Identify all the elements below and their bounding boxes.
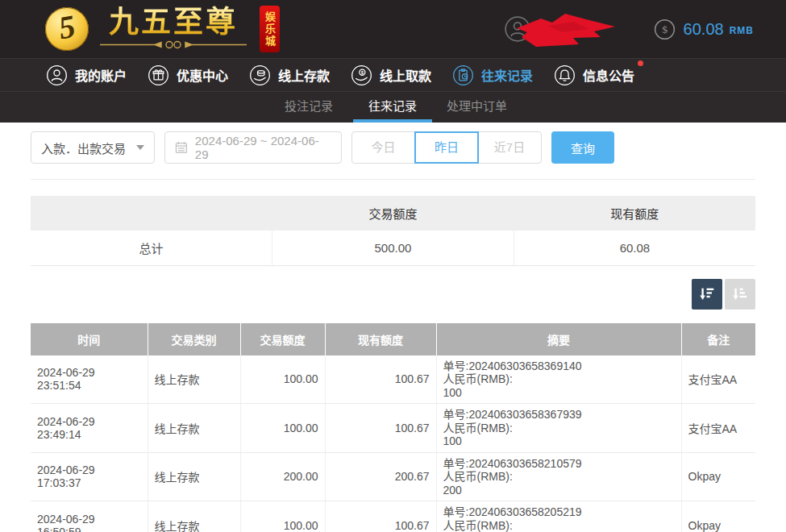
table-header-row: 时间 交易类别 交易额度 现有额度 摘要 备注 [31, 323, 755, 355]
note-cell: 支付宝AA [681, 404, 755, 453]
transaction-type-value: 入款．出款交易 [41, 139, 126, 156]
nav-label: 往来记录 [481, 65, 533, 85]
summary-header-balance: 现有额度 [514, 196, 755, 231]
user-account[interactable] [504, 8, 617, 50]
time-cell: 2024-06-29 16:50:59 [31, 501, 148, 532]
transactions-table: 时间 交易类别 交易额度 现有额度 摘要 备注 2024-06-29 23:51… [31, 323, 755, 532]
sub-tabs: 投注记录 往来记录 处理中订单 [0, 91, 786, 123]
col-amount: 交易额度 [240, 323, 325, 355]
records-icon [452, 64, 474, 86]
user-icon [46, 64, 68, 86]
withdraw-icon: $ [351, 64, 372, 86]
table-row: 2024-06-29 23:49:14线上存款100.00100.67单号:20… [31, 404, 755, 453]
summary-total-amount: 500.00 [272, 231, 514, 265]
logo-title: 九五至尊 [109, 6, 238, 40]
balance-cell: 100.67 [325, 404, 436, 453]
balance[interactable]: $ 60.08 RMB [654, 19, 754, 40]
summary-total-balance: 60.08 [514, 231, 755, 265]
logo[interactable]: 5 九五至尊 娱乐城 [45, 6, 280, 52]
note-cell: 支付宝AA [681, 355, 755, 404]
nav-label: 我的账户 [75, 65, 127, 85]
summary-header-amount: 交易额度 [272, 196, 514, 231]
caret-down-icon [136, 145, 144, 150]
svg-text:$: $ [361, 69, 364, 74]
quick-range-group: 今日 昨日 近7日 [351, 131, 542, 164]
sort-amount-asc-button[interactable] [725, 279, 755, 310]
summary-total-label: 总计 [31, 231, 272, 265]
col-summary: 摘要 [436, 323, 681, 355]
nav-item-announcements[interactable]: 信息公告 [554, 64, 634, 86]
logo-monogram: 5 [56, 10, 78, 45]
tab-transaction-records[interactable]: 往来记录 [353, 92, 432, 123]
summary-header-empty [31, 196, 272, 231]
summary-total-row: 总计 500.00 60.08 [31, 231, 755, 265]
calendar-icon [175, 141, 188, 154]
note-cell: Okpay [681, 452, 755, 501]
range-today-button[interactable]: 今日 [352, 132, 415, 163]
summary-cell: 单号:202406303658367939人民币(RMB):100 [436, 404, 681, 453]
logo-flourish-icon [97, 39, 250, 50]
col-balance: 现有额度 [325, 323, 436, 355]
nav-label: 线上取款 [380, 65, 431, 85]
balance-currency: RMB [730, 22, 754, 36]
nav-item-my-account[interactable]: 我的账户 [46, 64, 127, 86]
sort-amount-asc-icon [731, 285, 749, 303]
nav-label: 优惠中心 [177, 65, 228, 85]
notification-dot [638, 60, 643, 66]
nav-item-promotions[interactable]: 优惠中心 [148, 64, 228, 86]
balance-cell: 100.67 [325, 501, 436, 532]
col-note: 备注 [681, 323, 755, 355]
range-7days-button[interactable]: 近7日 [478, 132, 541, 163]
redaction-scribble [515, 10, 617, 49]
gift-icon [148, 64, 169, 86]
divider [31, 179, 755, 180]
main-nav: 我的账户 优惠中心 线上存款 [0, 58, 786, 91]
balance-cell: 200.67 [325, 452, 436, 501]
table-row: 2024-06-29 23:51:54线上存款100.00100.67单号:20… [31, 355, 755, 404]
tab-pending-orders[interactable]: 处理中订单 [437, 92, 517, 123]
date-range-input[interactable]: 2024-06-29 ~ 2024-06-29 [164, 131, 342, 164]
nav-item-transactions[interactable]: 往来记录 [452, 64, 533, 86]
deposit-icon [249, 64, 271, 86]
tab-betting-records[interactable]: 投注记录 [269, 92, 348, 123]
amount-cell: 100.00 [240, 404, 325, 453]
nav-label: 线上存款 [278, 65, 330, 85]
range-yesterday-button[interactable]: 昨日 [415, 132, 478, 163]
amount-cell: 100.00 [240, 355, 325, 404]
transactions-body: 2024-06-29 23:51:54线上存款100.00100.67单号:20… [31, 355, 755, 532]
balance-amount: 60.08 [684, 20, 724, 39]
balance-cell: 100.67 [325, 355, 436, 404]
sort-amount-desc-icon [698, 285, 716, 303]
time-cell: 2024-06-29 23:51:54 [31, 355, 148, 404]
query-button[interactable]: 查询 [551, 131, 614, 164]
app-header: 5 九五至尊 娱乐城 [0, 0, 786, 58]
col-time: 时间 [31, 323, 148, 355]
summary-cell: 单号:202406303658205219人民币(RMB):100 [436, 501, 681, 532]
nav-item-withdraw[interactable]: $ 线上取款 [351, 64, 431, 86]
content: 入款．出款交易 2024-06-29 ~ 2024-06-29 今日 昨日 [0, 131, 786, 532]
amount-cell: 100.00 [240, 501, 325, 532]
table-row: 2024-06-29 16:50:59线上存款100.00100.67单号:20… [31, 501, 755, 532]
type-cell: 线上存款 [148, 452, 240, 501]
filter-bar: 入款．出款交易 2024-06-29 ~ 2024-06-29 今日 昨日 [31, 131, 755, 164]
table-row: 2024-06-29 17:03:37线上存款200.00200.67单号:20… [31, 452, 755, 501]
summary-table: 交易额度 现有额度 总计 500.00 60.08 [31, 196, 755, 266]
sort-amount-desc-button[interactable] [692, 279, 722, 310]
nav-item-deposit[interactable]: 线上存款 [249, 64, 330, 86]
type-cell: 线上存款 [148, 404, 240, 453]
nav-label: 信息公告 [583, 65, 634, 85]
note-cell: Okpay [681, 501, 755, 532]
time-cell: 2024-06-29 17:03:37 [31, 452, 148, 501]
col-type: 交易类别 [148, 323, 240, 355]
summary-header-row: 交易额度 现有额度 [31, 196, 755, 231]
date-range-value: 2024-06-29 ~ 2024-06-29 [195, 134, 331, 161]
logo-coin-icon: 5 [45, 7, 89, 51]
summary-cell: 单号:202406303658210579人民币(RMB):200 [436, 452, 681, 501]
type-cell: 线上存款 [148, 355, 240, 404]
time-cell: 2024-06-29 23:49:14 [31, 404, 148, 453]
type-cell: 线上存款 [148, 501, 240, 532]
transaction-type-select[interactable]: 入款．出款交易 [31, 131, 155, 164]
logo-badge: 娱乐城 [260, 6, 280, 52]
summary-cell: 单号:202406303658369140人民币(RMB):100 [436, 355, 681, 404]
bell-icon [554, 64, 576, 86]
